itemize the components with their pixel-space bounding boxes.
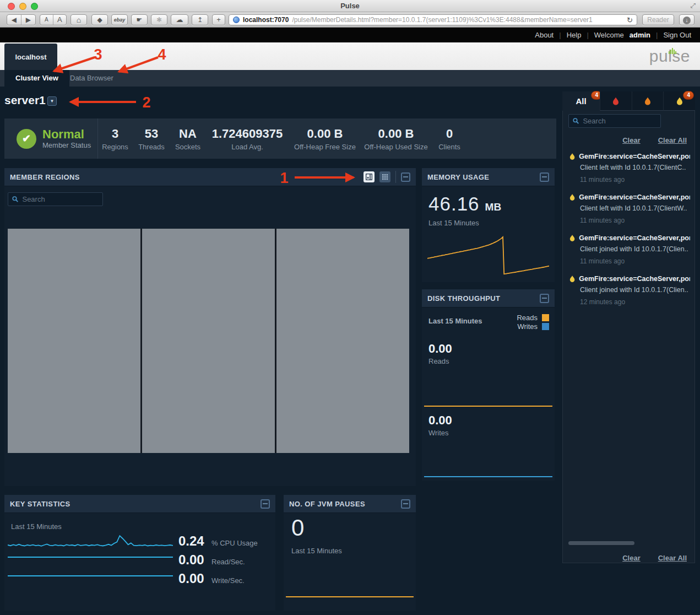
status-stat: 0.00 BOff-Heap Used Size: [357, 127, 435, 151]
notifications-tab-warning[interactable]: 4: [663, 91, 695, 111]
bookmark-asterisk-icon[interactable]: ✱: [151, 14, 167, 25]
separator: |: [559, 31, 561, 39]
notifications-tab-error[interactable]: [632, 91, 664, 111]
url-path: /pulse/MemberDetails.html?member=10.0.1.…: [292, 16, 621, 24]
read-sec-label: Read/Sec.: [211, 558, 245, 566]
status-stat: 3Regions: [99, 127, 132, 151]
icloud-button[interactable]: ☁: [171, 14, 188, 25]
url-field[interactable]: localhost:7070 /pulse/MemberDetails.html…: [229, 14, 637, 25]
notification-message: Client left with Id 10.0.1.7(ClientW..: [580, 204, 690, 212]
horizontal-scrollbar[interactable]: [568, 541, 634, 545]
stat-value: 0: [433, 127, 466, 141]
bookmark-diamond-icon[interactable]: ◆: [91, 14, 108, 25]
stat-label: Load Avg.: [203, 143, 291, 151]
larger-text-button[interactable]: A: [53, 15, 66, 25]
member-dropdown-button[interactable]: ▼: [47, 96, 57, 106]
disk-writes-stat: 0.00 Writes: [428, 413, 452, 437]
notifications-tab-all[interactable]: All 4: [562, 91, 600, 111]
clear-button[interactable]: Clear: [622, 136, 641, 144]
separator: |: [656, 31, 658, 39]
status-stat: 53Threads: [135, 127, 168, 151]
disk-throughput-legend: ReadsWrites: [517, 314, 549, 331]
clear-button[interactable]: Clear: [622, 554, 641, 562]
key-statistics-panel: KEY STATISTICS Last 15 Minutes 0.24 % CP…: [4, 495, 275, 611]
warning-count-badge: 4: [683, 91, 694, 100]
clear-row-top: Clear Clear All: [622, 136, 687, 144]
status-stat: 0Clients: [433, 127, 466, 151]
legend-label: Reads: [517, 314, 538, 322]
bookmark-hand-icon[interactable]: ☛: [131, 14, 148, 25]
sign-out-link[interactable]: Sign Out: [663, 31, 691, 39]
stat-value: 53: [135, 127, 168, 141]
back-button[interactable]: ◀: [7, 15, 21, 25]
flame-icon: [569, 193, 575, 201]
collapse-disk-throughput-button[interactable]: [540, 294, 549, 303]
reader-button[interactable]: Reader: [642, 14, 674, 25]
notifications-search: [568, 114, 661, 128]
search-icon: [573, 117, 579, 125]
bookmark-ebay-icon[interactable]: ebay: [111, 14, 128, 25]
stat-value: 1.724609375: [203, 127, 291, 141]
disk-throughput-caption: Last 15 Minutes: [428, 317, 482, 325]
key-statistics-caption: Last 15 Minutes: [11, 522, 62, 531]
stat-label: Threads: [135, 143, 168, 151]
panel-title: DISK THROUGHPUT: [427, 294, 500, 303]
home-button[interactable]: ⌂: [70, 14, 87, 25]
share-button[interactable]: ↥: [192, 14, 208, 25]
notification-tabs: All 4 4: [562, 91, 695, 111]
pulse-logo: pulse: [649, 46, 690, 66]
clear-all-button[interactable]: Clear All: [658, 136, 687, 144]
notification-item[interactable]: GemFire:service=CacheServer,port=404Clie…: [563, 191, 694, 232]
tab-data-browser[interactable]: Data Browser: [59, 70, 124, 87]
collapse-member-regions-button[interactable]: [401, 172, 410, 182]
notification-item[interactable]: GemFire:service=CacheServer,port=404Clie…: [563, 273, 694, 314]
notification-time: 11 minutes ago: [580, 217, 690, 224]
reload-button[interactable]: ↻: [627, 16, 633, 24]
flame-icon: [569, 153, 575, 160]
notification-list: GemFire:service=CacheServer,port=404Clie…: [563, 150, 694, 314]
treemap-region-block[interactable]: [8, 229, 140, 453]
legend-entry: Reads: [517, 314, 549, 322]
notification-time: 12 minutes ago: [580, 298, 690, 306]
legend-swatch: [542, 314, 549, 321]
severe-flame-icon: [612, 97, 619, 105]
error-flame-icon: [644, 97, 651, 105]
notifications-search-input[interactable]: [583, 117, 656, 125]
write-sec-label: Write/Sec.: [211, 576, 245, 585]
help-link[interactable]: Help: [567, 31, 582, 39]
treemap-view-button[interactable]: [363, 171, 375, 182]
memory-value: 46.16: [428, 193, 480, 214]
host-tab-localhost[interactable]: localhost: [4, 44, 57, 70]
downloads-button[interactable]: ↓: [679, 14, 694, 25]
status-stat: 1.724609375Load Avg.: [203, 127, 291, 151]
notifications-tab-severe[interactable]: [600, 91, 632, 111]
grid-view-button[interactable]: [379, 171, 390, 182]
collapse-key-statistics-button[interactable]: [261, 499, 270, 509]
status-stat: NASockets: [171, 127, 204, 151]
disk-reads-line: [424, 406, 552, 407]
browser-titlebar: Pulse ⤢: [0, 0, 700, 12]
notification-item[interactable]: GemFire:service=CacheServer,port=404Clie…: [563, 232, 694, 273]
member-regions-search-input[interactable]: [22, 195, 99, 203]
treemap-region-block[interactable]: [276, 229, 409, 453]
about-link[interactable]: About: [535, 31, 554, 39]
stat-value: 0.00 B: [286, 127, 363, 141]
collapse-memory-usage-button[interactable]: [540, 172, 549, 182]
smaller-text-button[interactable]: A: [40, 15, 53, 25]
jvm-pauses-panel: NO. OF JVM PAUSES 0 Last 15 Minutes: [284, 495, 416, 611]
search-icon: [12, 196, 18, 203]
forward-button[interactable]: ▶: [21, 15, 35, 25]
treemap-region-block[interactable]: [142, 229, 275, 453]
new-tab-button[interactable]: +: [212, 14, 225, 25]
disk-reads-stat: 0.00 Reads: [428, 342, 452, 365]
stat-value: 3: [99, 127, 132, 141]
legend-swatch: [542, 323, 549, 330]
collapse-jvm-pauses-button[interactable]: [401, 499, 410, 509]
notification-time: 11 minutes ago: [580, 257, 690, 265]
clear-all-button[interactable]: Clear All: [658, 554, 687, 562]
jvm-pauses-caption: Last 15 Minutes: [291, 547, 342, 555]
notification-title: GemFire:service=CacheServer,port=404: [579, 153, 690, 160]
notification-title: GemFire:service=CacheServer,port=404: [579, 234, 690, 242]
notification-item[interactable]: GemFire:service=CacheServer,port=404Clie…: [563, 150, 694, 191]
disk-throughput-header: DISK THROUGHPUT: [422, 289, 555, 308]
